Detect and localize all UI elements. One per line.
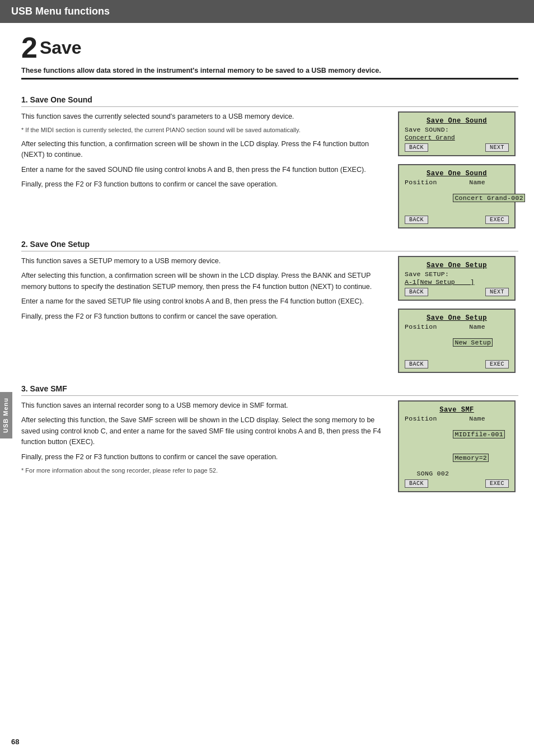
side-label: USB Menu xyxy=(0,392,12,438)
section-save-one-sound: 1. Save One Sound This function saves th… xyxy=(21,85,518,230)
section1-heading: 1. Save One Sound xyxy=(21,85,518,107)
s2-lcd2-btn-back[interactable]: BACK xyxy=(405,360,428,368)
section2-right: Save One Setup Save SETUP: A-1[New Setup… xyxy=(395,256,518,374)
s2-lcd2-input[interactable]: New Setup xyxy=(453,338,493,347)
section2-para4: Finally, press the F2 or F3 function but… xyxy=(21,311,384,322)
section1-lcd1: Save One Sound Save SOUND: Concert Grand… xyxy=(398,111,516,156)
section1-note: * If the MIDI section is currently selec… xyxy=(21,126,384,134)
section1-right: Save One Sound Save SOUND: Concert Grand… xyxy=(395,111,518,230)
section3-note: * For more information about the song re… xyxy=(21,466,384,475)
s3-lcd1-line3: Memory=2 xyxy=(405,446,509,469)
page-subtitle: These functions allow data stored in the… xyxy=(21,67,518,74)
section3-left: This function saves an internal recorder… xyxy=(21,400,384,479)
lcd2-value: Concert Grand-002 xyxy=(405,186,509,209)
page-header: USB Menu functions xyxy=(0,0,534,23)
s2-lcd2-value: New Setup xyxy=(405,331,509,354)
section2-para2: After selecting this function, a confirm… xyxy=(21,270,384,292)
section3-para1: This function saves an internal recorder… xyxy=(21,400,384,411)
s3-lcd1-title: Save SMF xyxy=(405,406,509,414)
section3-heading: 3. Save SMF xyxy=(21,374,518,396)
s3-lcd1-line1: Position Name xyxy=(405,415,509,422)
section1-left: This function saves the currently select… xyxy=(21,111,384,194)
section1-lcd2: Save One Sound Position Name Concert Gra… xyxy=(398,164,516,228)
s3-lcd1-btn-back[interactable]: BACK xyxy=(405,479,428,488)
lcd1-btn-back[interactable]: BACK xyxy=(405,143,428,152)
section2-left: This function saves a SETUP memory to a … xyxy=(21,256,384,326)
section2-para1: This function saves a SETUP memory to a … xyxy=(21,256,384,267)
s3-lcd1-line2: MIDIfile-001 xyxy=(405,423,509,446)
section3-para2: After selecting this function, the Save … xyxy=(21,415,384,447)
page-number: 68 xyxy=(11,738,19,746)
header-title: USB Menu functions xyxy=(11,6,110,17)
s3-lcd1-mem[interactable]: Memory=2 xyxy=(453,454,489,462)
s2-lcd2-line1: Position Name xyxy=(405,323,509,330)
section3-right: Save SMF Position Name MIDIfile-001 Memo… xyxy=(395,400,518,493)
section-save-one-setup: 2. Save One Setup This function saves a … xyxy=(21,230,518,374)
section1-para3: Enter a name for the saved SOUND file us… xyxy=(21,165,384,175)
lcd1-value: Concert Grand xyxy=(405,134,509,141)
lcd1-btn-next[interactable]: NEXT xyxy=(485,143,509,152)
s3-lcd1-line4: SONG 002 xyxy=(405,470,509,477)
title-section: 2Save These functions allow data stored … xyxy=(21,23,518,80)
s2-lcd2-title: Save One Setup xyxy=(405,314,509,322)
section3-lcd1: Save SMF Position Name MIDIfile-001 Memo… xyxy=(398,400,516,492)
lcd2-line1: Position Name xyxy=(405,179,509,186)
section2-heading: 2. Save One Setup xyxy=(21,230,518,251)
lcd1-line1: Save SOUND: xyxy=(405,126,509,133)
s2-lcd2-btn-exec[interactable]: EXEC xyxy=(485,360,509,368)
title-word: Save xyxy=(40,38,82,58)
section1-para4: Finally, press the F2 or F3 function but… xyxy=(21,179,384,190)
s3-lcd1-btn-exec[interactable]: EXEC xyxy=(485,479,509,488)
s2-lcd1-line1: Save SETUP: xyxy=(405,270,509,278)
s2-lcd1-title: Save One Setup xyxy=(405,262,509,269)
lcd2-btn-back[interactable]: BACK xyxy=(405,216,428,224)
s2-lcd1-btn-next[interactable]: NEXT xyxy=(485,288,509,296)
s3-lcd1-input[interactable]: MIDIfile-001 xyxy=(453,430,504,438)
lcd1-title: Save One Sound xyxy=(405,117,509,125)
title-number: 2 xyxy=(21,33,38,62)
section3-para3: Finally, press the F2 or F3 function but… xyxy=(21,452,384,463)
section2-para3: Enter a name for the saved SETUP file us… xyxy=(21,296,384,307)
lcd2-btn-exec[interactable]: EXEC xyxy=(485,216,509,224)
lcd2-input[interactable]: Concert Grand-002 xyxy=(453,194,524,202)
section1-para1: This function saves the currently select… xyxy=(21,111,384,122)
s2-lcd1-btn-back[interactable]: BACK xyxy=(405,288,428,296)
section2-lcd2: Save One Setup Position Name New Setup B… xyxy=(398,309,516,373)
section-save-smf: 3. Save SMF This function saves an inter… xyxy=(21,374,518,493)
section2-lcd1: Save One Setup Save SETUP: A-1[New Setup… xyxy=(398,256,516,301)
s2-lcd1-value: A-1[New Setup ] xyxy=(405,278,509,286)
section1-para2: After selecting this function, a confirm… xyxy=(21,139,384,161)
lcd2-title: Save One Sound xyxy=(405,170,509,178)
